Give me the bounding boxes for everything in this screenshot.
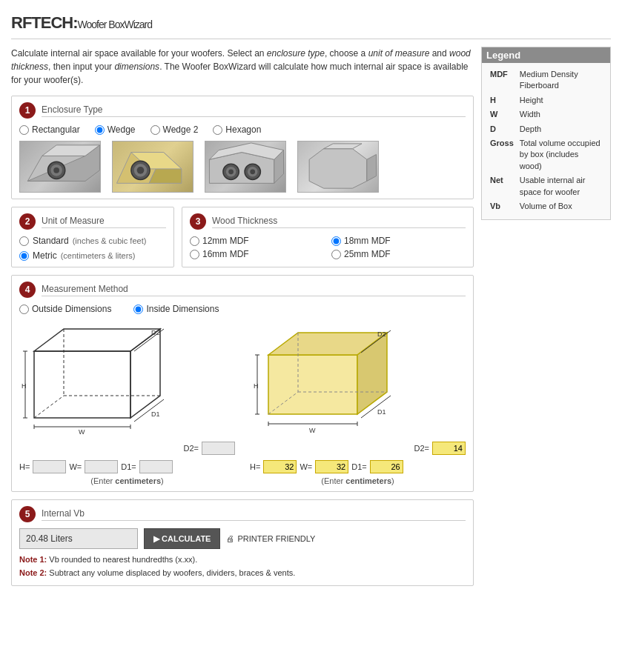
svg-text:H: H [21,382,27,390]
measure-inside-label: Inside Dimensions [146,304,219,314]
enclosure-img-wedge [112,141,193,193]
legend-def-w: Width [517,107,604,122]
svg-point-17 [228,169,234,174]
unit-options: Standard (inches & cubic feet) Metric (c… [19,236,166,261]
wood-16mm[interactable]: 16mm MDF [190,249,324,259]
logo: RFTECH:Woofer BoxWizard [11,13,152,33]
enclosure-wedge2-radio[interactable] [150,125,160,135]
outside-d2-row: D2= [19,442,235,455]
enclosure-wedge[interactable]: Wedge [95,124,136,135]
unit-standard-hint: (inches & cubic feet) [73,236,147,245]
legend-term-w: W [488,107,517,122]
step4-badge: 4 [19,282,36,298]
enclosure-hexagon-label: Hexagon [225,124,261,135]
wood-18mm[interactable]: 18mm MDF [331,236,466,246]
printer-icon: 🖨 [226,534,234,543]
measure-outside[interactable]: Outside Dimensions [19,304,111,314]
svg-text:W: W [79,428,85,436]
step3-title-text: Wood Thickness [212,216,277,226]
wood-16mm-label: 16mm MDF [202,249,249,259]
note1-label: Note 1: [19,555,47,564]
legend-row-vb: Vb Volume of Box [488,199,604,213]
note2-label: Note 2: [19,568,47,577]
measure-inside[interactable]: Inside Dimensions [133,304,219,314]
legend-def-mdf: Medium Density Fiberboard [517,67,604,93]
outside-w-input[interactable] [85,460,118,473]
step2-title: Unit of Measure [42,216,166,228]
wood-25mm-label: 25mm MDF [344,249,391,259]
step5-badge: 5 [19,506,36,522]
description-text: Calculate internal air space available f… [11,47,474,87]
unit-standard[interactable]: Standard (inches & cubic feet) [19,236,166,246]
legend-row-h: H Height [488,93,604,107]
wood-18mm-radio[interactable] [331,236,341,246]
legend-term-d: D [488,122,517,136]
legend-def-gross: Total volume occupied by box (includes w… [517,136,604,173]
unit-metric-radio[interactable] [19,251,29,261]
enclosure-hexagon[interactable]: Hexagon [213,124,261,135]
note2-text: Subtract any volume displaced by woofers… [49,568,295,577]
step4-title: Measurement Method [42,284,466,296]
logo-subtitle: Woofer BoxWizard [78,19,152,30]
step1-title: Enclosure Type [42,104,466,117]
svg-marker-24 [34,351,130,418]
outside-h-input[interactable] [33,460,66,473]
unit-metric-label: Metric [33,250,57,261]
legend-def-d: Depth [517,122,604,136]
enclosure-wedge-radio[interactable] [95,125,105,135]
enclosure-wedge2[interactable]: Wedge 2 [150,124,199,135]
svg-text:D2: D2 [151,329,160,336]
legend-term-gross: Gross [488,136,517,173]
printer-label: PRINTER FRIENDLY [237,534,315,543]
calculate-button[interactable]: ▶ CALCULATE [144,528,220,549]
wood-12mm-radio[interactable] [190,236,199,246]
enclosure-options: Rectangular Wedge Wedge 2 Hexagon [19,124,466,135]
unit-standard-label: Standard [33,236,69,246]
inside-d1-input[interactable] [370,460,403,473]
measure-outside-radio[interactable] [19,305,29,314]
vb-notes: Note 1: Vb rounded to nearest hundredths… [19,553,466,579]
outside-d2-label: D2= [184,444,199,453]
unit-standard-radio[interactable] [19,236,29,246]
svg-marker-42 [268,355,357,414]
vb-result: 20.48 Liters [19,528,138,549]
step5-vb: 5 Internal Vb 20.48 Liters ▶ CALCULATE 🖨… [11,499,474,586]
legend-def-vb: Volume of Box [517,199,604,213]
svg-point-5 [53,167,59,173]
wood-25mm[interactable]: 25mm MDF [331,249,466,259]
enclosure-images [19,141,466,193]
outside-d1-input[interactable] [139,460,173,473]
enclosure-rectangular[interactable]: Rectangular [19,124,80,135]
inside-w-input[interactable] [315,460,348,473]
svg-marker-25 [34,329,160,351]
enclosure-rectangular-radio[interactable] [19,125,29,135]
measurement-options: Outside Dimensions Inside Dimensions [19,304,466,314]
legend-def-h: Height [517,93,604,107]
svg-text:D1: D1 [151,410,160,418]
outside-hint: (Enter centimeters) [19,476,235,485]
enclosure-wedge-label: Wedge [107,124,136,135]
outside-d2-input[interactable] [202,442,235,455]
unit-metric[interactable]: Metric (centimeters & liters) [19,250,166,261]
step2-title-text: Unit of Measure [42,216,105,226]
svg-text:D2: D2 [377,330,386,338]
inside-h-input[interactable] [263,460,297,473]
enclosure-img-rectangular [19,141,101,193]
legend-term-h: H [488,93,517,107]
wood-16mm-radio[interactable] [190,250,199,259]
inside-w-label: W= [300,462,312,471]
legend-row-gross: Gross Total volume occupied by box (incl… [488,136,604,173]
step5-title-text: Internal Vb [42,508,85,519]
step1-badge: 1 [19,102,36,119]
inside-main-row: H= W= D1= [250,460,466,473]
unit-metric-hint: (centimeters & liters) [61,251,136,260]
svg-line-27 [34,396,64,418]
legend-row-net: Net Usable internal air space for woofer [488,173,604,199]
steps-2-3-row: 2 Unit of Measure Standard (inches & cub… [11,207,474,267]
enclosure-hexagon-radio[interactable] [213,125,222,135]
measure-inside-radio[interactable] [133,305,143,314]
wood-12mm[interactable]: 12mm MDF [190,236,324,246]
inside-d2-input[interactable] [432,442,466,455]
printer-friendly-button[interactable]: 🖨 PRINTER FRIENDLY [226,534,315,543]
wood-25mm-radio[interactable] [331,250,341,259]
